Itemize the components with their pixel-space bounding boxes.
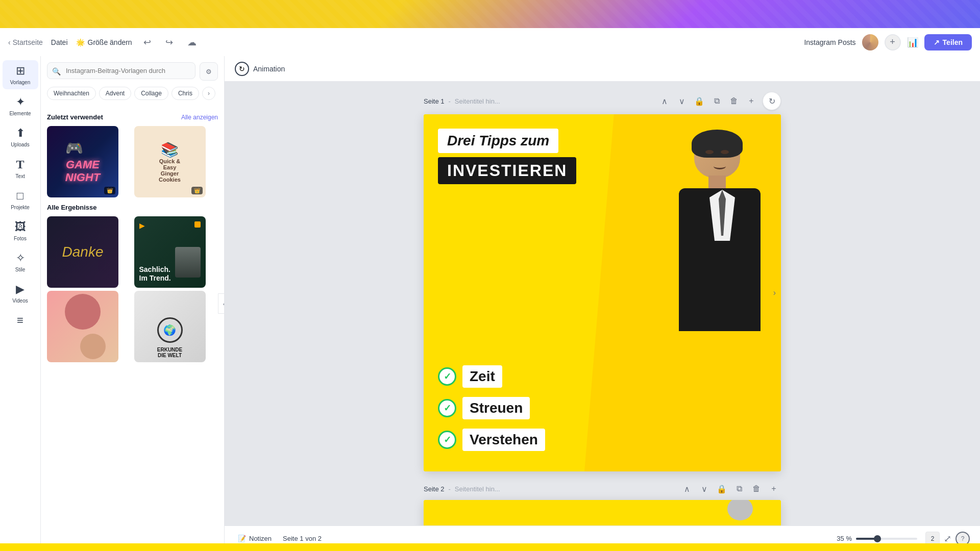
- zoom-control: 35 %: [837, 535, 917, 542]
- tag-chris[interactable]: Chris: [172, 87, 199, 100]
- page-indicator: Seite 1 von 2: [283, 535, 322, 542]
- search-input[interactable]: [47, 62, 195, 79]
- elemente-icon: ✦: [16, 95, 25, 109]
- slide-title-white-box: Drei Tipps zum: [438, 129, 558, 153]
- template-card-sachlich[interactable]: ▶ Sachlich.Im Trend.: [134, 216, 206, 288]
- share-button[interactable]: ↗ Teilen: [924, 34, 972, 51]
- fotos-icon: 🖼: [15, 220, 26, 234]
- search-icon: 🔍: [52, 67, 61, 76]
- sidebar-item-elemente[interactable]: ✦ Elemente: [3, 91, 38, 120]
- sidebar-item-label: Uploads: [11, 142, 30, 147]
- template-card-danke[interactable]: Danke: [47, 216, 118, 288]
- template-card-cookies[interactable]: 📚 Quick &EasyGingerCookies 👑: [134, 126, 206, 197]
- page-1-dash: -: [448, 97, 450, 105]
- page-1-expand-button[interactable]: ∨: [675, 94, 689, 108]
- hide-panel-button[interactable]: ‹: [218, 293, 225, 314]
- page-2-delete-button[interactable]: 🗑: [749, 482, 764, 496]
- animation-label[interactable]: Animation: [253, 65, 285, 73]
- page-1-lock-button[interactable]: 🔒: [692, 94, 706, 108]
- page-2-up-button[interactable]: ∧: [680, 482, 694, 496]
- list-text-2: Streuen: [462, 397, 530, 419]
- notes-icon: 📝: [238, 535, 246, 542]
- play-icon: ▶: [139, 221, 145, 230]
- text-icon: T: [16, 158, 24, 171]
- zoom-thumb[interactable]: [874, 535, 881, 542]
- sidebar-item-label: Projekte: [11, 205, 30, 210]
- sidebar-item-videos[interactable]: ▶ Videos: [3, 279, 38, 308]
- page-2-expand-button[interactable]: ∨: [697, 482, 712, 496]
- sidebar-item-label: Elemente: [9, 111, 31, 116]
- page-1-delete-button[interactable]: 🗑: [727, 94, 741, 108]
- page-2-copy-button[interactable]: ⧉: [732, 482, 746, 496]
- list-text-3: Verstehen: [462, 429, 545, 451]
- filter-button[interactable]: ⚙: [200, 62, 218, 81]
- page-1-refresh-button[interactable]: ↻: [763, 92, 781, 110]
- redo-button[interactable]: ↪: [162, 34, 176, 51]
- sidebar-item-vorlagen[interactable]: ⊞ Vorlagen: [3, 60, 38, 89]
- file-menu[interactable]: Datei: [51, 38, 68, 46]
- page-2-add-button[interactable]: +: [767, 482, 781, 496]
- slide-title-black-box: INVESTIEREN: [438, 157, 576, 184]
- size-change-button[interactable]: 🌟 Größe ändern: [76, 38, 132, 46]
- back-arrow-icon: ‹: [8, 38, 11, 46]
- project-name: Instagram Posts: [804, 38, 855, 46]
- page-1-add-button[interactable]: +: [744, 94, 758, 108]
- template-card-pink[interactable]: [47, 291, 118, 362]
- add-collaborator-button[interactable]: +: [885, 34, 901, 51]
- all-results-title: Alle Ergebnisse: [47, 204, 97, 211]
- sidebar-item-projekte[interactable]: □ Projekte: [3, 185, 38, 214]
- sidebar-item-fotos[interactable]: 🖼 Fotos: [3, 216, 38, 245]
- bottom-decorative-bar: [0, 543, 980, 551]
- undo-button[interactable]: ↩: [140, 34, 154, 51]
- tag-collage[interactable]: Collage: [134, 87, 168, 100]
- save-button[interactable]: ☁: [184, 34, 200, 51]
- slide-1[interactable]: Drei Tipps zum INVESTIEREN ✓ Zeit: [424, 114, 781, 471]
- recently-used-title: Zuletzt verwendet: [47, 113, 103, 121]
- left-panel: 🔍 ⚙ Weihnachten Advent Collage Chris › Z…: [41, 56, 225, 551]
- size-label: Größe ändern: [88, 38, 132, 46]
- sidebar-item-stile[interactable]: ✧ Stile: [3, 247, 38, 277]
- page-1-title: Seite 1: [424, 97, 444, 105]
- slide-arrow: ›: [773, 288, 776, 297]
- template-card-world[interactable]: 🌍 ERKUNDEDIE WELT: [134, 291, 206, 362]
- see-all-link[interactable]: Alle anzeigen: [181, 114, 218, 121]
- sidebar-item-text[interactable]: T Text: [3, 154, 38, 183]
- uploads-icon: ⬆: [16, 127, 25, 140]
- page-2-lock-button[interactable]: 🔒: [715, 482, 729, 496]
- avatar[interactable]: [862, 34, 878, 51]
- tag-weihnachten[interactable]: Weihnachten: [47, 87, 96, 100]
- slide-title-line2: INVESTIEREN: [447, 161, 567, 180]
- tag-advent[interactable]: Advent: [99, 87, 131, 100]
- danke-text: Danke: [62, 244, 104, 260]
- back-button[interactable]: ‹ Startseite: [8, 38, 43, 46]
- tag-more[interactable]: ›: [202, 87, 215, 100]
- page-2-title: Seite 2: [424, 485, 444, 493]
- projekte-icon: □: [17, 189, 23, 203]
- template-card-game-night[interactable]: 🎮 GAMENIGHT 👑: [47, 126, 118, 197]
- fullscreen-button[interactable]: ⤢: [944, 533, 951, 544]
- slide-2[interactable]: ∧ ∨: [424, 500, 781, 525]
- sidebar-item-uploads[interactable]: ⬆ Uploads: [3, 122, 38, 152]
- star-icon: 🌟: [76, 38, 85, 46]
- header: ‹ Startseite Datei 🌟 Größe ändern ↩ ↪ ☁ …: [0, 28, 980, 56]
- page-1-up-button[interactable]: ∧: [657, 94, 672, 108]
- canvas-area: ↻ Animation Seite 1 - Seitentitel hin...…: [225, 56, 980, 551]
- page-1-wrapper: Seite 1 - Seitentitel hin... ∧ ∨ 🔒 ⧉ 🗑 +…: [424, 92, 781, 471]
- sidebar-item-label: Stile: [15, 267, 25, 272]
- videos-icon: ▶: [16, 283, 24, 296]
- zoom-slider[interactable]: [856, 538, 917, 540]
- home-link[interactable]: Startseite: [13, 38, 43, 46]
- canvas-scroll[interactable]: Seite 1 - Seitentitel hin... ∧ ∨ 🔒 ⧉ 🗑 +…: [225, 82, 980, 525]
- slide-title-line1: Drei Tipps zum: [447, 133, 549, 148]
- sidebar-item-more[interactable]: ≡: [3, 310, 38, 331]
- game-night-text: GAMENIGHT: [65, 159, 100, 183]
- page-2-dash: -: [448, 485, 450, 493]
- notes-label: Notizen: [249, 535, 272, 542]
- slide-person: [658, 114, 771, 471]
- page-1-copy-button[interactable]: ⧉: [709, 94, 724, 108]
- check-circle-3: ✓: [438, 431, 456, 449]
- page-2-subtitle: Seitentitel hin...: [455, 485, 500, 493]
- analytics-button[interactable]: 📊: [907, 37, 918, 48]
- sidebar-item-label: Videos: [12, 298, 28, 304]
- slide-title-area: Drei Tipps zum INVESTIEREN: [438, 129, 576, 184]
